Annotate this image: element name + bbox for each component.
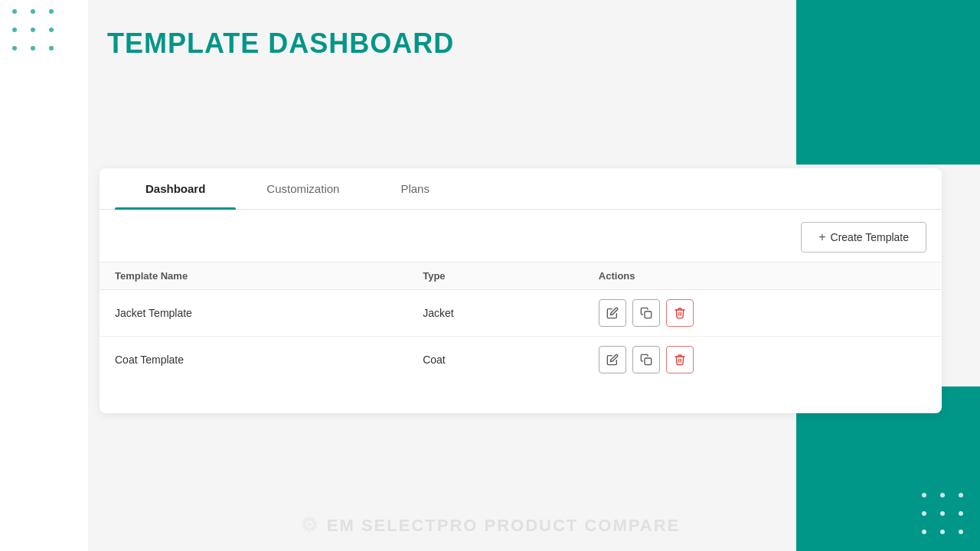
table-row: Jacket TemplateJacket xyxy=(100,290,942,337)
copy-button[interactable] xyxy=(632,299,660,327)
tab-customization[interactable]: Customization xyxy=(236,168,370,209)
copy-button[interactable] xyxy=(632,346,660,373)
table-header-row: Template Name Type Actions xyxy=(100,262,942,290)
left-strip xyxy=(0,0,88,551)
col-header-name: Template Name xyxy=(100,262,407,290)
watermark: ⚙ EM SELECTPRO PRODUCT COMPARE xyxy=(300,514,680,537)
svg-rect-1 xyxy=(645,358,652,365)
templates-table: Template Name Type Actions Jacket Templa… xyxy=(100,262,942,383)
table-row: Coat TemplateCoat xyxy=(100,337,942,383)
cell-actions xyxy=(583,337,942,383)
main-card: Dashboard Customization Plans + Create T… xyxy=(100,168,942,413)
col-header-actions: Actions xyxy=(583,262,942,290)
plus-icon: + xyxy=(818,230,825,244)
delete-button[interactable] xyxy=(666,346,694,373)
delete-button[interactable] xyxy=(666,299,694,327)
svg-rect-0 xyxy=(645,311,652,318)
create-template-button[interactable]: + Create Template xyxy=(801,222,926,253)
watermark-text: EM SELECTPRO PRODUCT COMPARE xyxy=(327,516,680,536)
cell-actions xyxy=(583,290,942,337)
toolbar: + Create Template xyxy=(100,210,942,262)
watermark-icon: ⚙ xyxy=(300,514,319,537)
edit-button[interactable] xyxy=(599,346,626,373)
tabs-container: Dashboard Customization Plans xyxy=(100,168,942,210)
cell-template-name: Coat Template xyxy=(100,337,407,383)
col-header-type: Type xyxy=(407,262,583,290)
dots-top-left xyxy=(12,9,57,54)
create-template-label: Create Template xyxy=(831,231,909,243)
dots-bottom-right xyxy=(922,493,966,537)
cell-template-type: Coat xyxy=(407,337,583,383)
edit-button[interactable] xyxy=(599,299,626,327)
cell-template-type: Jacket xyxy=(407,290,583,337)
page-title: TEMPLATE DASHBOARD xyxy=(107,28,454,60)
tab-plans[interactable]: Plans xyxy=(370,168,460,209)
tab-dashboard[interactable]: Dashboard xyxy=(115,168,236,209)
cell-template-name: Jacket Template xyxy=(100,290,407,337)
bg-teal-top-right xyxy=(796,0,980,165)
